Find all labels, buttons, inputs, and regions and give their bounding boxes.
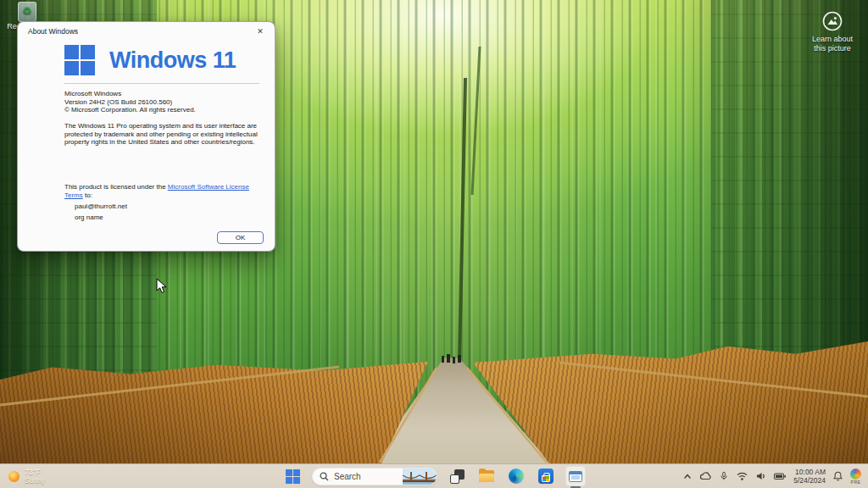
clock-widget[interactable]: 10:00 AM 5/24/2024 (793, 468, 826, 485)
landscape-picture-icon (821, 10, 843, 32)
chevron-up-icon (682, 471, 693, 481)
learn-about-label-line2: this picture (802, 44, 863, 53)
start-button[interactable] (282, 466, 303, 486)
search-box[interactable]: Search (312, 468, 437, 485)
copilot-preview-badge: PRE (851, 480, 861, 485)
dialog-separator (64, 83, 259, 84)
windows11-brand-name: Windows 11 (109, 47, 236, 74)
dialog-title: About Windows (28, 27, 78, 36)
taskbar-center-icons: Search (282, 464, 586, 488)
store-icon (538, 469, 554, 484)
close-icon[interactable]: ✕ (246, 22, 275, 41)
licensee-email: paul@thurrott.net (75, 202, 273, 211)
system-tray: 10:00 AM 5/24/2024 PRE (682, 464, 861, 488)
file-explorer-icon (479, 470, 494, 482)
copilot-icon (850, 469, 861, 480)
search-icon (320, 472, 329, 481)
recycle-symbol-glyph: ♻ (19, 6, 36, 16)
search-highlight-bridge-image (403, 469, 437, 485)
weather-temp: 73°F (25, 468, 45, 476)
about-windows-dialog: About Windows ✕ Windows 11 Microsoft Win… (17, 21, 275, 252)
clock-date: 5/24/2024 (793, 476, 826, 485)
copilot-button[interactable]: PRE (850, 469, 861, 485)
notification-bell-icon (832, 470, 843, 482)
volume-icon (755, 471, 766, 481)
learn-about-label-line1: Learn about (802, 35, 863, 44)
windows11-brand-row: Windows 11 (64, 45, 236, 75)
battery-icon (773, 471, 787, 481)
wifi-icon (736, 471, 748, 481)
about-windows-taskbar-button[interactable] (565, 466, 586, 486)
learn-about-picture-desktop-icon[interactable]: Learn about this picture (802, 10, 863, 53)
about-windows-window-icon (569, 471, 582, 482)
product-name-line: Microsoft Windows (64, 90, 263, 98)
license-suffix: to: (83, 191, 92, 199)
version-line: Version 24H2 (OS Build 26100.560) (64, 98, 263, 107)
microphone-icon (719, 470, 729, 482)
volume-button[interactable] (755, 471, 766, 481)
search-label: Search (334, 472, 398, 481)
dialog-titlebar[interactable]: About Windows ✕ (18, 22, 275, 41)
license-paragraph: This product is licensed under the Micro… (64, 183, 263, 199)
microsoft-store-button[interactable] (536, 466, 556, 486)
battery-button[interactable] (773, 471, 787, 481)
edge-button[interactable] (506, 466, 526, 486)
sun-icon (8, 471, 19, 482)
licensee-org: org name (75, 214, 273, 222)
license-prefix: This product is licensed under the (64, 183, 168, 191)
taskbar: 73°F Sunny Search (0, 463, 868, 488)
notification-center-button[interactable] (832, 470, 843, 482)
recycle-bin-icon: ♻ (18, 2, 36, 22)
edge-icon (509, 469, 524, 484)
file-explorer-button[interactable] (476, 466, 497, 486)
ok-button[interactable]: OK (217, 231, 264, 244)
windows-logo-icon (64, 45, 95, 75)
hidden-icons-button[interactable] (682, 471, 693, 481)
onedrive-button[interactable] (699, 471, 712, 481)
task-view-icon (450, 469, 465, 484)
trademark-paragraph: The Windows 11 Pro operating system and … (64, 122, 263, 147)
weather-widget[interactable]: 73°F Sunny (8, 468, 45, 485)
onedrive-cloud-icon (699, 471, 712, 481)
copyright-line: © Microsoft Corporation. All rights rese… (64, 106, 263, 114)
start-icon (286, 469, 300, 484)
weather-condition: Sunny (25, 476, 45, 485)
microphone-status-button[interactable] (719, 470, 729, 482)
clock-time: 10:00 AM (793, 468, 826, 476)
version-info-block: Microsoft Windows Version 24H2 (OS Build… (64, 90, 263, 114)
task-view-button[interactable] (447, 466, 467, 486)
network-button[interactable] (736, 471, 748, 481)
